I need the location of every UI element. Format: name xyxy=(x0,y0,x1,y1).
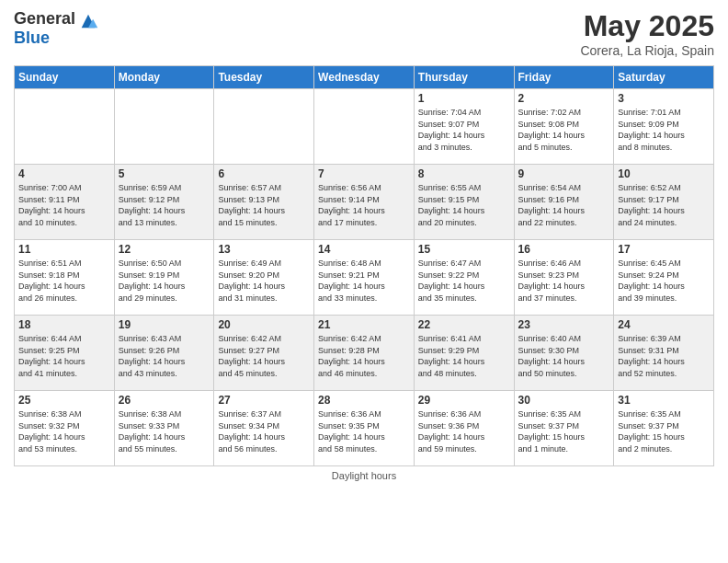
day-number: 2 xyxy=(518,92,610,105)
day-info: Sunrise: 6:57 AM Sunset: 9:13 PM Dayligh… xyxy=(218,182,310,228)
day-info: Sunrise: 7:01 AM Sunset: 9:09 PM Dayligh… xyxy=(618,107,710,153)
col-tuesday: Tuesday xyxy=(214,66,314,89)
day-info: Sunrise: 6:56 AM Sunset: 9:14 PM Dayligh… xyxy=(318,182,410,228)
col-sunday: Sunday xyxy=(15,66,115,89)
day-number: 23 xyxy=(518,318,610,331)
calendar-cell: 8Sunrise: 6:55 AM Sunset: 9:15 PM Daylig… xyxy=(414,165,514,240)
day-number: 22 xyxy=(418,318,510,331)
day-info: Sunrise: 6:40 AM Sunset: 9:30 PM Dayligh… xyxy=(518,333,610,379)
day-number: 17 xyxy=(618,243,710,256)
page: General Blue May 2025 Corera, La Rioja, … xyxy=(0,0,728,563)
calendar-table: Sunday Monday Tuesday Wednesday Thursday… xyxy=(14,65,714,466)
calendar-cell: 5Sunrise: 6:59 AM Sunset: 9:12 PM Daylig… xyxy=(114,165,214,240)
day-info: Sunrise: 6:43 AM Sunset: 9:26 PM Dayligh… xyxy=(119,333,210,379)
day-number: 13 xyxy=(218,243,310,256)
day-number: 8 xyxy=(418,167,510,180)
header: General Blue May 2025 Corera, La Rioja, … xyxy=(14,9,714,58)
footer-note: Daylight hours xyxy=(14,470,714,481)
day-info: Sunrise: 6:42 AM Sunset: 9:27 PM Dayligh… xyxy=(218,333,310,379)
calendar-cell: 3Sunrise: 7:01 AM Sunset: 9:09 PM Daylig… xyxy=(614,89,714,165)
col-friday: Friday xyxy=(514,66,614,89)
logo-blue: Blue xyxy=(14,29,75,48)
day-number: 7 xyxy=(318,167,410,180)
day-number: 14 xyxy=(318,243,410,256)
calendar-cell xyxy=(15,89,115,165)
calendar-cell: 26Sunrise: 6:38 AM Sunset: 9:33 PM Dayli… xyxy=(114,391,214,466)
day-info: Sunrise: 6:51 AM Sunset: 9:18 PM Dayligh… xyxy=(18,258,110,304)
title-block: May 2025 Corera, La Rioja, Spain xyxy=(580,9,714,58)
day-info: Sunrise: 6:49 AM Sunset: 9:20 PM Dayligh… xyxy=(218,258,310,304)
col-monday: Monday xyxy=(114,66,214,89)
calendar-week-row: 4Sunrise: 7:00 AM Sunset: 9:11 PM Daylig… xyxy=(15,165,714,240)
calendar-cell: 25Sunrise: 6:38 AM Sunset: 9:32 PM Dayli… xyxy=(15,391,115,466)
day-number: 4 xyxy=(18,167,110,180)
col-thursday: Thursday xyxy=(414,66,514,89)
calendar-cell: 28Sunrise: 6:36 AM Sunset: 9:35 PM Dayli… xyxy=(314,391,415,466)
day-number: 20 xyxy=(218,318,310,331)
day-info: Sunrise: 6:55 AM Sunset: 9:15 PM Dayligh… xyxy=(418,182,510,228)
logo-icon xyxy=(78,11,98,31)
day-number: 5 xyxy=(119,167,210,180)
day-number: 10 xyxy=(618,167,710,180)
calendar-cell: 18Sunrise: 6:44 AM Sunset: 9:25 PM Dayli… xyxy=(15,316,115,391)
day-number: 31 xyxy=(618,394,710,407)
day-info: Sunrise: 6:39 AM Sunset: 9:31 PM Dayligh… xyxy=(618,333,710,379)
day-number: 12 xyxy=(119,243,210,256)
day-number: 24 xyxy=(618,318,710,331)
day-number: 3 xyxy=(618,92,710,105)
calendar-cell: 19Sunrise: 6:43 AM Sunset: 9:26 PM Dayli… xyxy=(114,316,214,391)
logo: General Blue xyxy=(14,9,98,47)
calendar-cell: 1Sunrise: 7:04 AM Sunset: 9:07 PM Daylig… xyxy=(414,89,514,165)
day-info: Sunrise: 6:38 AM Sunset: 9:32 PM Dayligh… xyxy=(18,408,110,454)
col-wednesday: Wednesday xyxy=(314,66,415,89)
calendar-cell: 31Sunrise: 6:35 AM Sunset: 9:37 PM Dayli… xyxy=(614,391,714,466)
day-info: Sunrise: 6:42 AM Sunset: 9:28 PM Dayligh… xyxy=(318,333,410,379)
calendar-cell: 30Sunrise: 6:35 AM Sunset: 9:37 PM Dayli… xyxy=(514,391,614,466)
day-info: Sunrise: 6:41 AM Sunset: 9:29 PM Dayligh… xyxy=(418,333,510,379)
day-info: Sunrise: 6:45 AM Sunset: 9:24 PM Dayligh… xyxy=(618,258,710,304)
day-number: 19 xyxy=(119,318,210,331)
day-info: Sunrise: 6:50 AM Sunset: 9:19 PM Dayligh… xyxy=(119,258,210,304)
calendar-week-row: 25Sunrise: 6:38 AM Sunset: 9:32 PM Dayli… xyxy=(15,391,714,466)
logo-general: General xyxy=(14,9,75,29)
location: Corera, La Rioja, Spain xyxy=(580,43,714,58)
day-number: 29 xyxy=(418,394,510,407)
day-info: Sunrise: 6:54 AM Sunset: 9:16 PM Dayligh… xyxy=(518,182,610,228)
calendar-cell: 10Sunrise: 6:52 AM Sunset: 9:17 PM Dayli… xyxy=(614,165,714,240)
day-info: Sunrise: 6:35 AM Sunset: 9:37 PM Dayligh… xyxy=(618,408,710,454)
day-number: 9 xyxy=(518,167,610,180)
month-title: May 2025 xyxy=(580,9,714,43)
calendar-header-row: Sunday Monday Tuesday Wednesday Thursday… xyxy=(15,66,714,89)
day-info: Sunrise: 7:04 AM Sunset: 9:07 PM Dayligh… xyxy=(418,107,510,153)
calendar-cell: 27Sunrise: 6:37 AM Sunset: 9:34 PM Dayli… xyxy=(214,391,314,466)
calendar-cell: 11Sunrise: 6:51 AM Sunset: 9:18 PM Dayli… xyxy=(15,240,115,316)
calendar-cell: 29Sunrise: 6:36 AM Sunset: 9:36 PM Dayli… xyxy=(414,391,514,466)
calendar-cell: 14Sunrise: 6:48 AM Sunset: 9:21 PM Dayli… xyxy=(314,240,415,316)
calendar-cell xyxy=(314,89,415,165)
calendar-cell: 4Sunrise: 7:00 AM Sunset: 9:11 PM Daylig… xyxy=(15,165,115,240)
day-number: 1 xyxy=(418,92,510,105)
day-number: 15 xyxy=(418,243,510,256)
day-info: Sunrise: 6:36 AM Sunset: 9:36 PM Dayligh… xyxy=(418,408,510,454)
day-number: 16 xyxy=(518,243,610,256)
calendar-cell: 13Sunrise: 6:49 AM Sunset: 9:20 PM Dayli… xyxy=(214,240,314,316)
calendar-cell: 7Sunrise: 6:56 AM Sunset: 9:14 PM Daylig… xyxy=(314,165,415,240)
calendar-cell: 15Sunrise: 6:47 AM Sunset: 9:22 PM Dayli… xyxy=(414,240,514,316)
calendar-cell: 22Sunrise: 6:41 AM Sunset: 9:29 PM Dayli… xyxy=(414,316,514,391)
day-number: 26 xyxy=(119,394,210,407)
calendar-cell: 20Sunrise: 6:42 AM Sunset: 9:27 PM Dayli… xyxy=(214,316,314,391)
calendar-cell xyxy=(214,89,314,165)
day-number: 27 xyxy=(218,394,310,407)
calendar-week-row: 11Sunrise: 6:51 AM Sunset: 9:18 PM Dayli… xyxy=(15,240,714,316)
calendar-cell: 24Sunrise: 6:39 AM Sunset: 9:31 PM Dayli… xyxy=(614,316,714,391)
day-number: 25 xyxy=(18,394,110,407)
calendar-cell: 23Sunrise: 6:40 AM Sunset: 9:30 PM Dayli… xyxy=(514,316,614,391)
calendar-cell: 2Sunrise: 7:02 AM Sunset: 9:08 PM Daylig… xyxy=(514,89,614,165)
day-number: 6 xyxy=(218,167,310,180)
day-info: Sunrise: 6:47 AM Sunset: 9:22 PM Dayligh… xyxy=(418,258,510,304)
calendar-cell: 17Sunrise: 6:45 AM Sunset: 9:24 PM Dayli… xyxy=(614,240,714,316)
calendar-cell: 16Sunrise: 6:46 AM Sunset: 9:23 PM Dayli… xyxy=(514,240,614,316)
day-number: 18 xyxy=(18,318,110,331)
col-saturday: Saturday xyxy=(614,66,714,89)
day-info: Sunrise: 6:59 AM Sunset: 9:12 PM Dayligh… xyxy=(119,182,210,228)
